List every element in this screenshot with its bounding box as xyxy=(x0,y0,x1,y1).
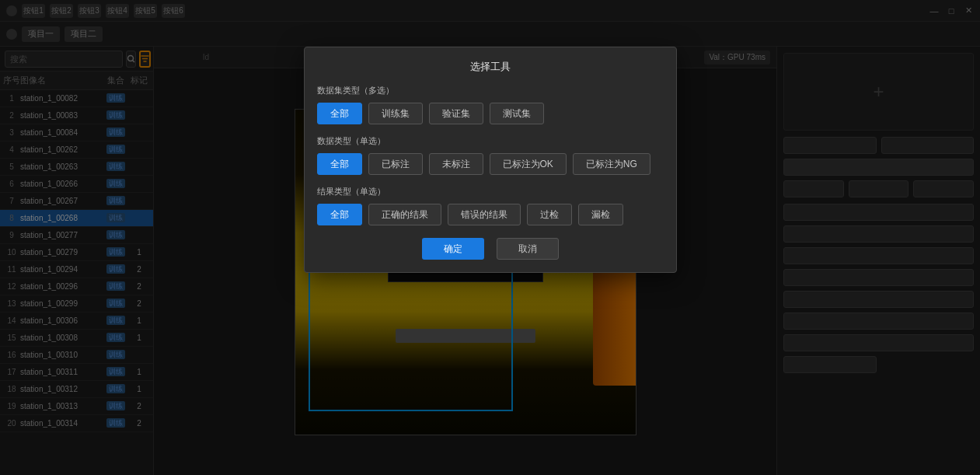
dataset-type-btn-2[interactable]: 验证集 xyxy=(429,103,483,124)
result-type-btn-3[interactable]: 过检 xyxy=(527,204,572,225)
data-type-group: 全部已标注未标注已标注为OK已标注为NG xyxy=(317,153,664,175)
result-type-btn-0[interactable]: 全部 xyxy=(317,204,362,225)
dataset-type-label: 数据集类型（多选） xyxy=(317,85,664,96)
dataset-type-group: 全部训练集验证集测试集 xyxy=(317,103,664,124)
modal-title: 选择工具 xyxy=(317,60,664,74)
data-type-btn-1[interactable]: 已标注 xyxy=(368,153,423,175)
data-type-label: 数据类型（单选） xyxy=(317,135,664,147)
modal-actions: 确定 取消 xyxy=(317,238,664,260)
modal-overlay: 选择工具 数据集类型（多选） 全部训练集验证集测试集 数据类型（单选） 全部已标… xyxy=(0,0,980,475)
dataset-type-btn-3[interactable]: 测试集 xyxy=(490,103,544,124)
result-type-btn-1[interactable]: 正确的结果 xyxy=(368,204,441,225)
data-type-btn-2[interactable]: 未标注 xyxy=(429,153,483,175)
data-type-btn-0[interactable]: 全部 xyxy=(317,153,362,175)
cancel-button[interactable]: 取消 xyxy=(497,238,559,260)
data-type-btn-4[interactable]: 已标注为NG xyxy=(573,153,650,175)
data-type-btn-3[interactable]: 已标注为OK xyxy=(490,153,567,175)
result-type-group: 全部正确的结果错误的结果过检漏检 xyxy=(317,204,664,225)
filter-modal: 选择工具 数据集类型（多选） 全部训练集验证集测试集 数据类型（单选） 全部已标… xyxy=(304,47,677,273)
result-type-label: 结果类型（单选） xyxy=(317,186,664,197)
result-type-btn-4[interactable]: 漏检 xyxy=(578,204,623,225)
confirm-button[interactable]: 确定 xyxy=(422,238,484,260)
result-type-btn-2[interactable]: 错误的结果 xyxy=(448,204,521,225)
dataset-type-btn-1[interactable]: 训练集 xyxy=(368,103,423,124)
dataset-type-btn-0[interactable]: 全部 xyxy=(317,103,362,124)
